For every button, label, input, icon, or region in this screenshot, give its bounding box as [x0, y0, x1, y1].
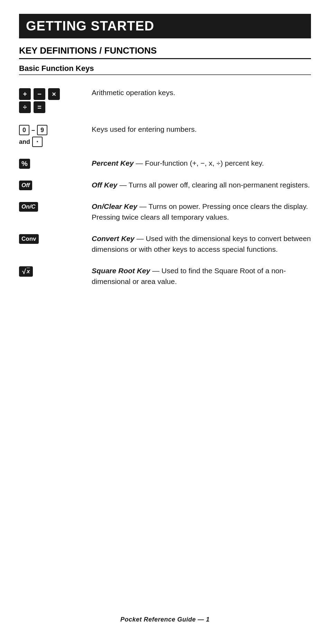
key-icons-sqrt: √x	[19, 266, 81, 277]
sqrt-key-badge: √x	[19, 266, 33, 277]
divide-icon: ÷	[19, 101, 31, 113]
key-row-off: Off Off Key — Turns all power off, clear…	[19, 174, 311, 196]
key-icons-conv: Conv	[19, 233, 81, 244]
key-9: 9	[37, 125, 47, 135]
percent-description: Percent Key — Four-function (+, −, x, ÷)…	[92, 158, 311, 168]
minus-icon: −	[34, 88, 45, 100]
arith-description: Arithmetic operation keys.	[92, 88, 311, 98]
multiply-icon: ×	[48, 88, 60, 100]
key-row-sqrt: √x Square Root Key — Used to find the Sq…	[19, 260, 311, 292]
percent-key-badge: %	[19, 159, 30, 169]
subsection-title: Basic Function Keys	[19, 64, 311, 75]
range-dash: –	[31, 127, 35, 134]
key-row-numbers: 0 – 9 and · Keys used for entering numbe…	[19, 119, 311, 153]
key-icons-arith: + − × ÷ =	[19, 88, 81, 113]
and-text: and	[19, 138, 30, 146]
num-range-row1: 0 – 9	[19, 125, 47, 135]
page-title: GETTING STARTED	[19, 14, 311, 38]
key-row-conv: Conv Convert Key — Used with the dimensi…	[19, 228, 311, 260]
key-icons-percent: %	[19, 158, 81, 169]
equals-icon: =	[34, 101, 45, 113]
arith-icons-row1: + − ×	[19, 88, 60, 100]
key-icons-off: Off	[19, 180, 81, 190]
off-key-badge: Off	[19, 181, 32, 190]
key-row-onc: On/C On/Clear Key — Turns on power. Pres…	[19, 196, 311, 228]
key-dot: ·	[32, 137, 43, 147]
num-range-row2: and ·	[19, 137, 43, 147]
conv-description: Convert Key — Used with the dimensional …	[92, 233, 311, 255]
sqrt-description: Square Root Key — Used to find the Squar…	[92, 266, 311, 287]
key-row-arith: + − × ÷ = Arithmetic operation keys.	[19, 82, 311, 119]
key-definitions-table: + − × ÷ = Arithmetic operation keys. 0 –…	[19, 82, 311, 292]
key-0: 0	[19, 125, 29, 135]
footer-text: Pocket Reference Guide — 1	[19, 602, 311, 623]
key-icons-numbers: 0 – 9 and ·	[19, 124, 81, 147]
key-row-percent: % Percent Key — Four-function (+, −, x, …	[19, 153, 311, 174]
sqrt-radical: √	[22, 268, 26, 276]
off-description: Off Key — Turns all power off, clearing …	[92, 180, 311, 190]
onc-description: On/Clear Key — Turns on power. Pressing …	[92, 201, 311, 222]
conv-key-badge: Conv	[19, 234, 39, 244]
onc-key-badge: On/C	[19, 202, 38, 212]
arith-icons-row2: ÷ =	[19, 101, 45, 113]
section-title: KEY DEFINITIONS / FUNCTIONS	[19, 45, 311, 59]
sqrt-var: x	[27, 268, 30, 275]
page: GETTING STARTED KEY DEFINITIONS / FUNCTI…	[0, 0, 330, 644]
key-icons-onc: On/C	[19, 201, 81, 212]
numbers-description: Keys used for entering numbers.	[92, 124, 311, 135]
plus-icon: +	[19, 88, 31, 100]
